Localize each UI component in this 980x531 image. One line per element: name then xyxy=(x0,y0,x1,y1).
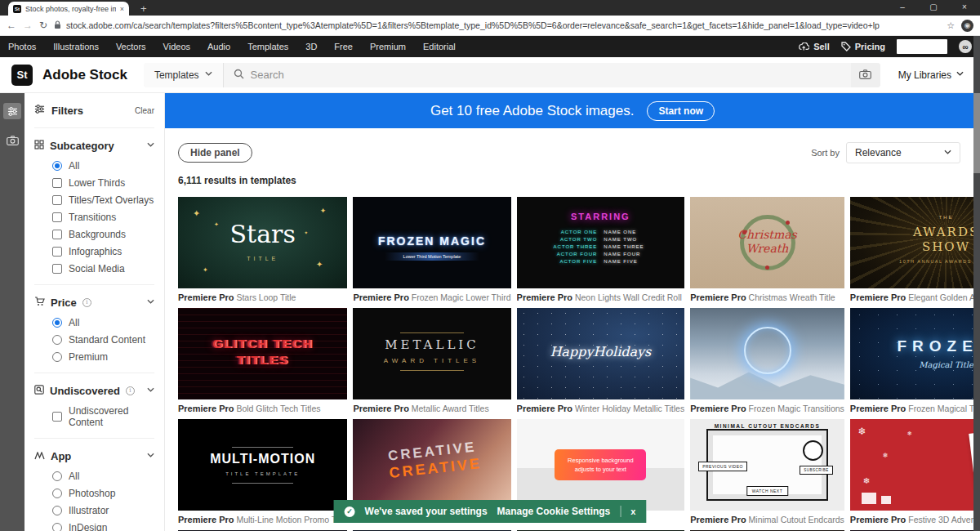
filter-section-header[interactable]: Pricei xyxy=(34,295,154,310)
radio-button[interactable] xyxy=(52,506,62,515)
template-caption[interactable]: Premiere Pro Stars Loop Title xyxy=(178,292,347,304)
nav-item-templates[interactable]: Templates xyxy=(247,42,288,51)
filter-section-header[interactable]: Subcategory xyxy=(34,138,154,153)
template-caption[interactable]: Premiere Pro Elegant Golden Awards Show … xyxy=(850,292,980,304)
template-caption[interactable]: Premiere Pro Frozen Magical Title xyxy=(850,403,980,415)
hide-panel-button[interactable]: Hide panel xyxy=(178,143,252,163)
filter-option-all[interactable]: All xyxy=(52,471,154,482)
window-minimize-button[interactable]: – xyxy=(887,0,918,16)
filter-option-all[interactable]: All xyxy=(52,317,154,328)
template-thumbnail[interactable] xyxy=(690,308,844,399)
template-thumbnail[interactable]: ❄❄❄❄❄AdventRevealBox xyxy=(850,419,980,511)
bookmark-star-icon[interactable]: ☆ xyxy=(947,20,955,31)
template-caption[interactable]: Premiere Pro Christmas Wreath Title xyxy=(690,292,844,304)
template-caption[interactable]: Premiere Pro Minimal Cutout Endcards xyxy=(690,514,844,526)
pricing-button[interactable]: Pricing xyxy=(841,42,885,51)
filter-option-indesign[interactable]: InDesign xyxy=(52,522,154,531)
radio-button[interactable] xyxy=(52,489,62,498)
radio-button[interactable] xyxy=(52,352,62,362)
search-input[interactable] xyxy=(251,69,841,81)
toast-close-icon[interactable]: x xyxy=(630,506,635,516)
nav-item-videos[interactable]: Videos xyxy=(163,42,190,51)
start-now-button[interactable]: Start now xyxy=(647,101,715,121)
template-caption[interactable]: Premiere Pro Neon Lights Wall Credit Rol… xyxy=(517,292,685,304)
visual-search-button[interactable] xyxy=(851,63,880,87)
template-caption[interactable]: Premiere Pro Metallic Award Titles xyxy=(353,403,510,415)
filter-option-titles-text-overlays[interactable]: Titles/Text Overlays xyxy=(52,194,154,206)
nav-item-3d[interactable]: 3D xyxy=(305,42,317,51)
template-thumbnail[interactable]: HappyHolidays xyxy=(517,308,685,399)
filter-option-all[interactable]: All xyxy=(52,160,154,172)
nav-item-premium[interactable]: Premium xyxy=(370,42,406,51)
sell-button[interactable]: Sell xyxy=(799,42,830,51)
chevron-down-icon[interactable] xyxy=(147,453,154,460)
refresh-icon[interactable]: ↻ xyxy=(39,20,47,31)
sign-in-button[interactable] xyxy=(897,39,947,54)
filter-section-header[interactable]: Undiscoveredi xyxy=(34,383,154,398)
filter-option-standard-content[interactable]: Standard Content xyxy=(52,334,154,346)
template-thumbnail[interactable]: Responsive background adjusts to your te… xyxy=(517,419,685,511)
window-maximize-button[interactable]: ▢ xyxy=(918,0,949,16)
nav-item-photos[interactable]: Photos xyxy=(8,42,36,51)
filter-option-premium[interactable]: Premium xyxy=(52,351,154,363)
template-caption[interactable]: Premiere Pro Frozen Magic Transitions xyxy=(690,403,844,415)
filter-option-illustrator[interactable]: Illustrator xyxy=(52,505,154,516)
manage-cookie-settings-link[interactable]: Manage Cookie Settings xyxy=(497,506,611,517)
filters-panel-button[interactable] xyxy=(3,103,21,119)
filter-section-header[interactable]: App xyxy=(34,448,154,463)
template-thumbnail[interactable]: GLITCH TECH TITLES xyxy=(178,308,347,399)
scrollbar-thumb[interactable] xyxy=(973,93,980,173)
nav-item-free[interactable]: Free xyxy=(334,42,353,51)
chevron-down-icon[interactable] xyxy=(147,387,154,395)
nav-item-illustrations[interactable]: Illustrations xyxy=(53,42,99,51)
search-field[interactable] xyxy=(224,68,851,83)
back-icon[interactable]: ← xyxy=(7,20,16,31)
template-caption[interactable]: Premiere Pro Frozen Magic Lower Third xyxy=(353,292,510,304)
radio-button[interactable] xyxy=(52,335,62,345)
nav-item-editorial[interactable]: Editorial xyxy=(423,42,456,51)
radio-button[interactable] xyxy=(52,318,62,328)
new-tab-button[interactable]: + xyxy=(140,2,147,16)
filter-option-social-media[interactable]: Social Media xyxy=(52,263,154,274)
extension-icon[interactable]: ◉ xyxy=(961,20,973,32)
creative-cloud-icon[interactable]: ∞ xyxy=(959,40,972,53)
browser-tab[interactable]: St Stock photos, royalty-free image × xyxy=(8,2,129,16)
template-thumbnail[interactable]: FROZENMagical Title xyxy=(850,308,980,399)
forward-icon[interactable]: → xyxy=(23,20,33,31)
checkbox[interactable] xyxy=(52,230,62,239)
template-caption[interactable]: Premiere Pro Winter Holiday Metallic Tit… xyxy=(517,403,685,415)
template-thumbnail[interactable]: STARRINGACTOR ONENAME ONEACTOR TWONAME T… xyxy=(517,197,685,288)
checkbox[interactable] xyxy=(52,264,62,274)
template-caption[interactable]: Premiere Pro Bold Glitch Tech Titles xyxy=(178,403,347,415)
address-bar[interactable]: stock.adobe.com/ca/search/templates?filt… xyxy=(54,18,940,33)
chevron-down-icon[interactable] xyxy=(147,142,154,149)
template-thumbnail[interactable]: ✦✦✦✦✦✦StarsTITLE xyxy=(178,197,347,288)
filter-option-infographics[interactable]: Infographics xyxy=(52,246,154,257)
clear-filters-button[interactable]: Clear xyxy=(135,106,154,115)
template-caption[interactable]: Premiere Pro Multi-Line Motion Promo Tit… xyxy=(178,514,347,526)
my-libraries-dropdown[interactable]: My Libraries xyxy=(898,69,964,81)
adobe-stock-logo[interactable]: St xyxy=(11,65,33,86)
nav-item-audio[interactable]: Audio xyxy=(207,42,230,51)
template-thumbnail[interactable]: METALLICAWARD TITLES xyxy=(353,308,510,399)
window-close-button[interactable]: × xyxy=(949,0,980,16)
sort-dropdown[interactable]: Relevance xyxy=(846,142,960,163)
nav-item-vectors[interactable]: Vectors xyxy=(116,42,146,51)
template-thumbnail[interactable]: THEAWARDSSHOW10TH ANNUAL AWARDS SHOW xyxy=(850,197,980,288)
visual-search-strip-button[interactable] xyxy=(3,132,21,149)
checkbox[interactable] xyxy=(52,212,62,222)
filter-option-transitions[interactable]: Transitions xyxy=(52,212,154,223)
template-thumbnail[interactable]: MINIMAL CUTOUT ENDCARDSPREVIOUS VIDEOSUB… xyxy=(690,419,844,511)
radio-button[interactable] xyxy=(52,161,62,171)
checkbox[interactable] xyxy=(52,178,62,188)
page-scrollbar[interactable] xyxy=(973,36,980,531)
template-thumbnail[interactable]: CREATIVECREATIVE xyxy=(353,419,510,511)
radio-button[interactable] xyxy=(52,523,62,531)
filter-option-undiscovered-content[interactable]: Undiscovered Content xyxy=(52,405,154,428)
brand-name[interactable]: Adobe Stock xyxy=(42,67,127,83)
radio-button[interactable] xyxy=(52,471,62,481)
category-dropdown[interactable]: Templates xyxy=(144,63,224,87)
template-thumbnail[interactable]: MULTI-MOTIONTITLE TEMPLATE xyxy=(178,419,347,511)
filter-option-backgrounds[interactable]: Backgrounds xyxy=(52,229,154,240)
filter-option-lower-thirds[interactable]: Lower Thirds xyxy=(52,177,154,189)
